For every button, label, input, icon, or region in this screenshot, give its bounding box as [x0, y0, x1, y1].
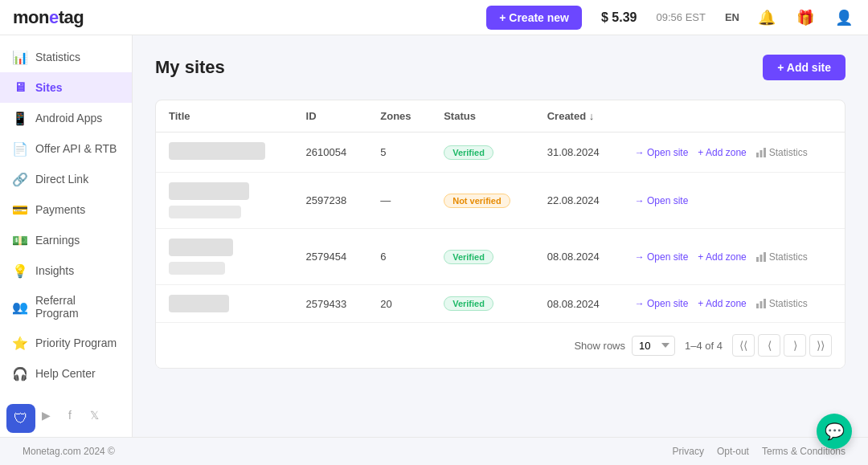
direct-link-icon: 🔗	[13, 172, 27, 186]
sidebar-item-help[interactable]: 🎧 Help Center	[0, 358, 132, 389]
youtube-icon[interactable]: ▶	[37, 406, 55, 424]
site-actions: → Open site + Add zone Statistics	[622, 229, 845, 285]
rows-per-page-select[interactable]: 10 25 50 100	[632, 336, 675, 356]
site-created: 08.08.2024	[534, 285, 622, 323]
svg-rect-5	[764, 252, 766, 262]
privacy-link[interactable]: Privacy	[673, 446, 704, 457]
help-icon: 🎧	[13, 366, 27, 381]
prev-page-button[interactable]: ⟨	[758, 334, 780, 357]
android-icon: 📱	[13, 111, 27, 125]
open-site-button[interactable]: → Open site	[635, 147, 689, 158]
first-page-button[interactable]: ⟨⟨	[732, 334, 755, 357]
sidebar-item-insights[interactable]: 💡 Insights	[0, 255, 132, 286]
sites-table-container: Title ID Zones Status Created ↓ 261	[155, 100, 845, 369]
sites-icon: 🖥	[13, 80, 27, 95]
user-icon[interactable]: 👤	[833, 6, 855, 29]
open-site-button[interactable]: → Open site	[635, 195, 689, 206]
sites-table: Title ID Zones Status Created ↓ 261	[156, 100, 845, 322]
sidebar-label-payments: Payments	[35, 203, 85, 216]
statistics-button[interactable]: Statistics	[756, 147, 808, 158]
statistics-bar-icon	[756, 252, 766, 262]
pagination: Show rows 10 25 50 100 1–4 of 4 ⟨⟨ ⟨ ⟩ ⟩…	[156, 322, 845, 368]
site-zones: —	[367, 173, 431, 229]
site-id: 2579454	[293, 229, 368, 285]
opt-out-link[interactable]: Opt-out	[717, 446, 749, 457]
sidebar-label-sites: Sites	[35, 81, 62, 94]
statistics-button[interactable]: Statistics	[756, 298, 808, 309]
svg-rect-7	[760, 301, 762, 308]
site-name-placeholder	[169, 182, 249, 200]
site-created: 08.08.2024	[534, 229, 622, 285]
balance-display: $ 5.39	[601, 10, 637, 25]
svg-rect-0	[756, 153, 759, 157]
table-row: 2579454 6 Verified 08.08.2024 → Open sit…	[156, 229, 845, 285]
main-layout: 📊 Statistics 🖥 Sites 📱 Android Apps 📄 Of…	[0, 35, 868, 437]
site-title-cell	[156, 229, 293, 285]
time-display: 09:56 EST	[657, 11, 706, 23]
show-rows-label: Show rows	[574, 340, 625, 352]
site-zones: 6	[367, 229, 431, 285]
sidebar-label-statistics: Statistics	[35, 51, 80, 63]
statistics-icon: 📊	[13, 50, 27, 64]
sidebar-item-offer-api[interactable]: 📄 Offer API & RTB	[0, 133, 132, 164]
chat-bubble[interactable]: 💬	[817, 414, 852, 449]
gift-icon[interactable]: 🎁	[794, 6, 817, 29]
add-zone-button[interactable]: + Add zone	[698, 298, 746, 309]
earnings-icon: 💵	[13, 233, 27, 247]
site-actions: → Open site + Add zone Statistics	[622, 133, 845, 173]
site-zones: 20	[367, 285, 431, 323]
sidebar-item-earnings[interactable]: 💵 Earnings	[0, 225, 132, 255]
page-title: My sites	[155, 57, 225, 78]
referral-icon: 👥	[13, 300, 27, 314]
site-name-placeholder	[169, 142, 265, 160]
site-id: 2579433	[293, 285, 368, 323]
language-selector[interactable]: EN	[725, 11, 739, 23]
payments-icon: 💳	[13, 202, 27, 217]
sidebar-item-android-apps[interactable]: 📱 Android Apps	[0, 103, 132, 133]
shield-badge[interactable]: 🛡	[6, 404, 35, 433]
status-badge: Verified	[444, 145, 493, 160]
sidebar-item-sites[interactable]: 🖥 Sites	[0, 72, 132, 103]
status-badge: Verified	[444, 250, 493, 264]
actions-cell: → Open site + Add zone Statistics	[635, 251, 832, 263]
site-id: 2610054	[293, 133, 368, 173]
site-status: Verified	[431, 229, 534, 285]
main-content: My sites + Add site Title ID Zones Statu…	[133, 35, 868, 437]
sidebar-label-referral: Referral Program	[35, 294, 119, 320]
statistics-button[interactable]: Statistics	[756, 251, 808, 263]
page-header: My sites + Add site	[155, 55, 845, 80]
sidebar-item-priority[interactable]: ⭐ Priority Program	[0, 328, 132, 358]
table-row: 2597238 — Not verified 22.08.2024 → Open…	[156, 173, 845, 229]
site-actions: → Open site + Add zone Statistics	[622, 285, 845, 323]
twitter-icon[interactable]: 𝕏	[85, 406, 103, 424]
add-site-button[interactable]: + Add site	[763, 55, 845, 80]
sidebar-label-insights: Insights	[35, 264, 74, 277]
col-created[interactable]: Created ↓	[534, 100, 622, 133]
facebook-icon[interactable]: f	[61, 406, 79, 424]
next-page-button[interactable]: ⟩	[784, 334, 806, 357]
site-status: Not verified	[431, 173, 534, 229]
insights-icon: 💡	[13, 263, 27, 278]
priority-icon: ⭐	[13, 336, 27, 350]
site-created: 22.08.2024	[534, 173, 622, 229]
table-row: 2610054 5 Verified 31.08.2024 → Open sit…	[156, 133, 845, 173]
last-page-button[interactable]: ⟩⟩	[809, 334, 832, 357]
add-zone-button[interactable]: + Add zone	[698, 147, 746, 158]
sidebar-label-android: Android Apps	[35, 112, 102, 124]
add-zone-button[interactable]: + Add zone	[698, 251, 746, 263]
sidebar-item-direct-link[interactable]: 🔗 Direct Link	[0, 164, 132, 194]
sidebar-item-referral[interactable]: 👥 Referral Program	[0, 286, 132, 328]
site-zones: 5	[367, 133, 431, 173]
site-name-placeholder	[169, 295, 229, 312]
notifications-icon[interactable]: 🔔	[755, 6, 778, 29]
site-name-placeholder-2	[169, 262, 225, 275]
sidebar: 📊 Statistics 🖥 Sites 📱 Android Apps 📄 Of…	[0, 35, 133, 437]
logo: monetag	[13, 7, 84, 28]
page-navigation: ⟨⟨ ⟨ ⟩ ⟩⟩	[732, 334, 832, 357]
offer-api-icon: 📄	[13, 141, 27, 156]
open-site-button[interactable]: → Open site	[635, 298, 689, 309]
open-site-button[interactable]: → Open site	[635, 251, 689, 263]
sidebar-item-payments[interactable]: 💳 Payments	[0, 194, 132, 225]
create-new-button[interactable]: + Create new	[486, 6, 582, 30]
sidebar-item-statistics[interactable]: 📊 Statistics	[0, 42, 132, 72]
